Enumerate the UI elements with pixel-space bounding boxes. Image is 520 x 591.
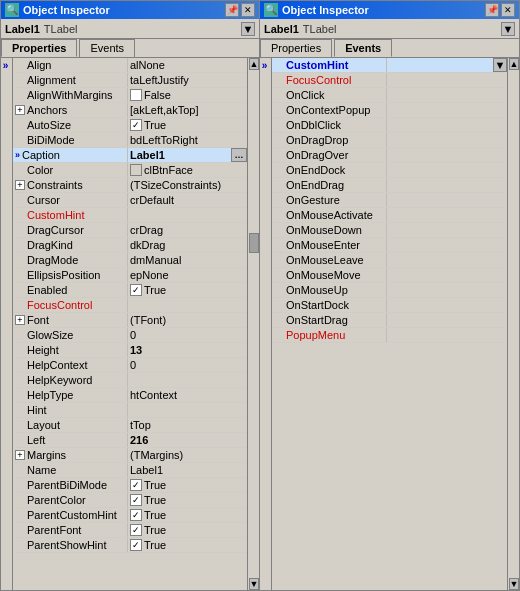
prop-row-autosize: AutoSize ✓True	[13, 118, 247, 133]
prop-value-anchors[interactable]: [akLeft,akTop]	[128, 103, 247, 117]
event-name-onstartdock: OnStartDock	[272, 298, 387, 312]
right-scroll-down[interactable]: ▼	[509, 578, 519, 590]
prop-name-customhint: CustomHint	[13, 208, 128, 222]
prop-value-align[interactable]: alNone	[128, 58, 247, 72]
checkbox-color[interactable]	[130, 164, 142, 176]
prop-value-parentshowhint[interactable]: ✓True	[128, 538, 247, 552]
scroll-down-arrow[interactable]: ▼	[249, 578, 259, 590]
prop-name-parentshowhint: ParentShowHint	[13, 538, 128, 552]
caption-ellipsis-btn[interactable]: …	[231, 148, 247, 162]
event-value-ondblclick[interactable]	[387, 118, 507, 132]
expand-font[interactable]: +	[15, 315, 25, 325]
event-value-onstartdock[interactable]	[387, 298, 507, 312]
prop-value-name[interactable]: Label1	[128, 463, 247, 477]
expand-margins[interactable]: +	[15, 450, 25, 460]
prop-value-constraints[interactable]: (TSizeConstraints)	[128, 178, 247, 192]
prop-value-helpkeyword[interactable]	[128, 373, 247, 387]
prop-value-dragkind[interactable]: dkDrag	[128, 238, 247, 252]
expand-anchors[interactable]: +	[15, 105, 25, 115]
left-props-scroll[interactable]: Align alNone Alignment taLeftJustify Ali…	[13, 58, 247, 590]
right-tab-properties[interactable]: Properties	[260, 39, 332, 57]
event-value-ondragdrop[interactable]	[387, 133, 507, 147]
scroll-thumb[interactable]	[249, 233, 259, 253]
checkbox-autosize[interactable]: ✓	[130, 119, 142, 131]
event-value-oncontextpopup[interactable]	[387, 103, 507, 117]
event-value-ondragover[interactable]	[387, 148, 507, 162]
prop-value-layout[interactable]: tTop	[128, 418, 247, 432]
event-row-onmouseup: OnMouseUp	[272, 283, 507, 298]
event-value-onmousedown[interactable]	[387, 223, 507, 237]
prop-value-hint[interactable]	[128, 403, 247, 417]
prop-value-customhint[interactable]	[128, 208, 247, 222]
scroll-track	[249, 72, 259, 233]
right-close-button[interactable]: ✕	[501, 3, 515, 17]
prop-value-color[interactable]: clBtnFace	[128, 163, 247, 177]
scroll-track-bottom	[249, 253, 259, 576]
right-component-dropdown[interactable]: ▼	[501, 22, 515, 36]
left-tab-properties[interactable]: Properties	[1, 39, 77, 57]
checkbox-alignwithmargins[interactable]	[130, 89, 142, 101]
event-value-onenddrag[interactable]	[387, 178, 507, 192]
event-value-onmousemove[interactable]	[387, 268, 507, 282]
prop-value-parentbidimode[interactable]: ✓True	[128, 478, 247, 492]
prop-value-alignment[interactable]: taLeftJustify	[128, 73, 247, 87]
prop-value-font[interactable]: (TFont)	[128, 313, 247, 327]
event-value-onenddock[interactable]	[387, 163, 507, 177]
prop-value-autosize[interactable]: ✓True	[128, 118, 247, 132]
left-scrollbar[interactable]: ▲ ▼	[247, 58, 259, 590]
checkbox-parentfont[interactable]: ✓	[130, 524, 142, 536]
event-value-focuscontrol[interactable]	[387, 73, 507, 87]
expand-constraints[interactable]: +	[15, 180, 25, 190]
event-value-onstartdrag[interactable]	[387, 313, 507, 327]
checkbox-parentcolor[interactable]: ✓	[130, 494, 142, 506]
event-value-customhint[interactable]: ▼	[387, 58, 507, 72]
right-tab-events[interactable]: Events	[334, 39, 392, 57]
event-value-onclick[interactable]	[387, 88, 507, 102]
right-scroll-up[interactable]: ▲	[509, 58, 519, 70]
prop-value-margins[interactable]: (TMargins)	[128, 448, 247, 462]
prop-value-left[interactable]: 216	[128, 433, 247, 447]
checkbox-parentbidimode[interactable]: ✓	[130, 479, 142, 491]
checkbox-parentcustomhint[interactable]: ✓	[130, 509, 142, 521]
prop-value-helpcontext[interactable]: 0	[128, 358, 247, 372]
prop-value-height[interactable]: 13	[128, 343, 247, 357]
prop-value-parentcolor[interactable]: ✓True	[128, 493, 247, 507]
prop-value-caption[interactable]: Label1…	[128, 148, 247, 162]
prop-value-bidimode[interactable]: bdLeftToRight	[128, 133, 247, 147]
checkbox-enabled[interactable]: ✓	[130, 284, 142, 296]
checkbox-parentshowhint[interactable]: ✓	[130, 539, 142, 551]
prop-value-alignwithmargins[interactable]: False	[128, 88, 247, 102]
prop-value-focuscontrol[interactable]	[128, 298, 247, 312]
scroll-up-arrow[interactable]: ▲	[249, 58, 259, 70]
right-component-name: Label1	[264, 23, 299, 35]
right-scrollbar[interactable]: ▲ ▼	[507, 58, 519, 590]
event-value-onmouseleave[interactable]	[387, 253, 507, 267]
prop-value-parentfont[interactable]: ✓True	[128, 523, 247, 537]
event-dropdown-customhint[interactable]: ▼	[493, 58, 507, 72]
prop-value-dragcursor[interactable]: crDrag	[128, 223, 247, 237]
prop-value-ellipsisposition[interactable]: epNone	[128, 268, 247, 282]
event-value-ongesture[interactable]	[387, 193, 507, 207]
left-close-button[interactable]: ✕	[241, 3, 255, 17]
event-row-oncontextpopup: OnContextPopup	[272, 103, 507, 118]
event-row-onenddock: OnEndDock	[272, 163, 507, 178]
prop-name-helpkeyword: HelpKeyword	[13, 373, 128, 387]
left-tab-events[interactable]: Events	[79, 39, 135, 57]
prop-value-parentcustomhint[interactable]: ✓True	[128, 508, 247, 522]
event-name-onclick: OnClick	[272, 88, 387, 102]
event-value-onmouseenter[interactable]	[387, 238, 507, 252]
event-value-onmouseup[interactable]	[387, 283, 507, 297]
prop-value-helptype[interactable]: htContext	[128, 388, 247, 402]
prop-value-cursor[interactable]: crDefault	[128, 193, 247, 207]
prop-value-enabled[interactable]: ✓True	[128, 283, 247, 297]
left-pin-button[interactable]: 📌	[225, 3, 239, 17]
prop-value-glowsize[interactable]: 0	[128, 328, 247, 342]
prop-value-dragmode[interactable]: dmManual	[128, 253, 247, 267]
right-pin-button[interactable]: 📌	[485, 3, 499, 17]
prop-name-parentcolor: ParentColor	[13, 493, 128, 507]
event-name-onmouseactivate: OnMouseActivate	[272, 208, 387, 222]
event-value-onmouseactivate[interactable]	[387, 208, 507, 222]
right-props-scroll[interactable]: CustomHint ▼ FocusControl OnClick OnCont…	[272, 58, 507, 590]
event-value-popupmenu[interactable]	[387, 328, 507, 342]
left-component-dropdown[interactable]: ▼	[241, 22, 255, 36]
